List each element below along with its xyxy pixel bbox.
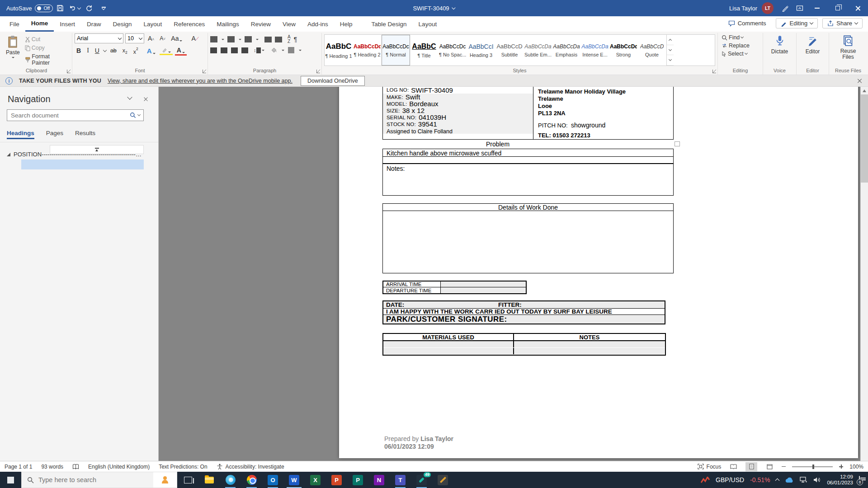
page-indicator[interactable]: Page 1 of 1: [5, 464, 32, 470]
zoom-in-button[interactable]: [839, 465, 843, 469]
align-center-icon[interactable]: [221, 47, 227, 53]
focus-mode-button[interactable]: Focus: [698, 464, 722, 470]
find-button[interactable]: Find: [720, 33, 760, 42]
read-mode-button[interactable]: [727, 462, 739, 471]
navigation-options-chevron-icon[interactable]: [127, 94, 132, 99]
onedrive-tray-icon[interactable]: [785, 477, 794, 483]
style-heading2[interactable]: AaBbCcDd¶ Heading 2: [353, 35, 382, 66]
accessibility-status[interactable]: Accessibility: Investigate: [217, 464, 284, 470]
style-title[interactable]: AaBbC¶ Title: [410, 35, 439, 66]
style-subtitle[interactable]: AaBbCcDSubtitle: [495, 35, 524, 66]
multilevel-list-icon[interactable]: [245, 36, 252, 42]
selected-heading-row[interactable]: [21, 160, 144, 169]
subscript-button[interactable]: x2: [121, 47, 129, 55]
clipboard-dialog-launcher[interactable]: [67, 70, 71, 73]
styles-scroll-up[interactable]: [667, 35, 674, 45]
strikethrough-button[interactable]: ab: [108, 47, 118, 55]
restore-button[interactable]: [827, 0, 848, 16]
tab-table-design[interactable]: Table Design: [366, 16, 413, 32]
italic-button[interactable]: I: [85, 47, 91, 55]
style-no-spacing[interactable]: AaBbCcDc¶ No Spac...: [439, 35, 467, 66]
collapse-triangle-icon[interactable]: [7, 153, 10, 156]
underline-button[interactable]: U: [93, 47, 101, 55]
align-right-icon[interactable]: [231, 47, 238, 53]
undo-button[interactable]: [67, 0, 82, 16]
redo-button[interactable]: [82, 0, 96, 16]
tab-home[interactable]: Home: [25, 16, 54, 32]
copy-button[interactable]: Copy: [24, 44, 70, 52]
styles-dialog-launcher[interactable]: [712, 70, 716, 73]
font-color-button[interactable]: A: [175, 46, 187, 56]
paragraph-dialog-launcher[interactable]: [316, 70, 320, 73]
vertical-scrollbar[interactable]: [860, 87, 868, 461]
excel-button[interactable]: X: [305, 472, 326, 488]
powerpoint-button[interactable]: P: [326, 472, 347, 488]
shrink-font-button[interactable]: A˅: [158, 35, 167, 42]
sort-icon[interactable]: AZ: [288, 35, 291, 44]
tab-layout[interactable]: Layout: [138, 16, 168, 32]
language-indicator[interactable]: English (United Kingdom): [88, 464, 150, 470]
download-onedrive-button[interactable]: Download OneDrive: [301, 76, 365, 86]
zoom-slider-thumb[interactable]: [812, 465, 814, 469]
zoom-level[interactable]: 100%: [849, 464, 863, 470]
navigation-close-icon[interactable]: [143, 97, 148, 102]
tab-file[interactable]: File: [4, 16, 25, 32]
document-title-menu[interactable]: SWIFT-30409: [413, 5, 455, 12]
comments-button[interactable]: Comments: [723, 18, 771, 28]
taskbar-search-input[interactable]: [38, 476, 149, 483]
reuse-files-button[interactable]: Reuse Files: [831, 33, 865, 60]
network-icon[interactable]: [800, 477, 807, 483]
bullet-list-icon[interactable]: [210, 36, 217, 42]
style-quote[interactable]: AaBbCcDQuote: [638, 35, 666, 66]
tab-references[interactable]: References: [168, 16, 211, 32]
style-heading1[interactable]: AaBbC¶ Heading 1: [325, 35, 353, 66]
align-left-icon[interactable]: [210, 47, 217, 53]
superscript-button[interactable]: x2: [132, 46, 140, 56]
zoom-out-button[interactable]: [782, 466, 786, 467]
tab-mailings[interactable]: Mailings: [211, 16, 245, 32]
document-canvas[interactable]: LOG NO:SWIFT-30409 MAKE:Swift MODEL:Bord…: [159, 87, 868, 461]
editor-button[interactable]: Editor: [799, 33, 826, 55]
borders-icon[interactable]: [288, 47, 294, 53]
onenote-button[interactable]: N: [368, 472, 390, 488]
avatar[interactable]: LT: [762, 2, 774, 14]
print-layout-button[interactable]: [745, 462, 757, 471]
phone-app-button[interactable]: 49: [411, 472, 432, 488]
nav-tab-headings[interactable]: Headings: [7, 130, 34, 139]
format-painter-button[interactable]: Format Painter: [24, 52, 70, 67]
proofing-status-icon[interactable]: [72, 464, 79, 470]
tab-view[interactable]: View: [277, 16, 302, 32]
outlook-button[interactable]: O: [262, 472, 283, 488]
autosave-toggle[interactable]: AutoSave Off: [6, 5, 53, 12]
style-normal[interactable]: AaBbCcDc¶ Normal: [382, 35, 410, 66]
utility-app-button[interactable]: [432, 472, 453, 488]
volume-icon[interactable]: [813, 477, 821, 483]
start-button[interactable]: [0, 472, 21, 488]
tab-help[interactable]: Help: [334, 16, 359, 32]
word-button[interactable]: W: [283, 472, 305, 488]
search-icon[interactable]: [130, 112, 136, 118]
increase-indent-icon[interactable]: [275, 37, 282, 42]
font-name-combo[interactable]: [75, 33, 123, 43]
close-button[interactable]: [848, 0, 868, 16]
teams-button[interactable]: T: [390, 472, 411, 488]
font-size-input[interactable]: [127, 35, 137, 42]
nav-tab-pages[interactable]: Pages: [46, 130, 63, 139]
show-paragraph-marks-icon[interactable]: ¶: [294, 36, 297, 42]
paste-button[interactable]: Paste: [3, 33, 23, 67]
task-view-button[interactable]: [177, 472, 198, 488]
autosave-switch[interactable]: Off: [35, 5, 53, 12]
bold-button[interactable]: B: [75, 47, 83, 55]
tab-addins[interactable]: Add-ins: [302, 16, 334, 32]
heading-item-position[interactable]: POSITION--------------------------------…: [6, 150, 142, 158]
banner-close-icon[interactable]: [857, 78, 863, 84]
chrome-button[interactable]: [241, 472, 262, 488]
scroll-up-arrow[interactable]: [861, 87, 868, 94]
search-highlights-icon[interactable]: [153, 472, 177, 488]
market-ticker-icon[interactable]: [701, 477, 710, 483]
search-document-box[interactable]: [7, 109, 144, 121]
zoom-slider[interactable]: [792, 466, 833, 467]
tab-draw[interactable]: Draw: [81, 16, 107, 32]
ribbon-display-options-button[interactable]: [793, 0, 807, 16]
tab-design[interactable]: Design: [107, 16, 138, 32]
